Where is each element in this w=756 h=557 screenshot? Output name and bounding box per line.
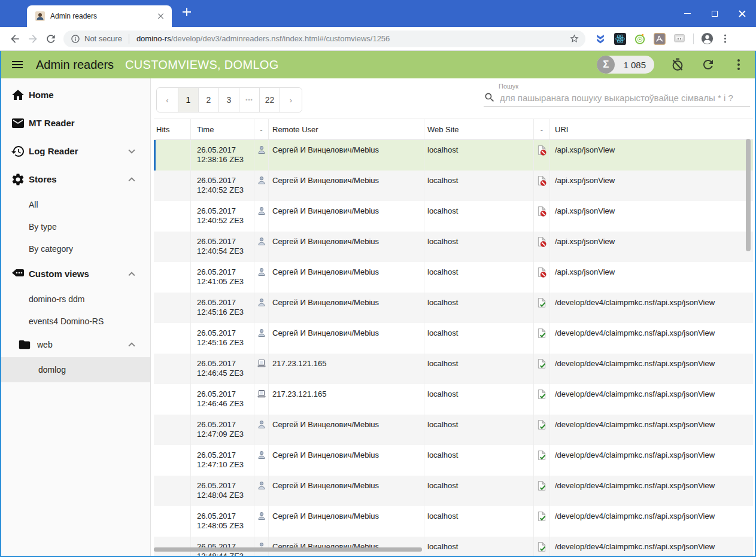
cell-time: 26.05.2017 12:48:04 ZE3 [191, 476, 254, 506]
cell-time: 26.05.2017 12:46:45 ZE3 [191, 354, 254, 384]
table-row[interactable]: 26.05.2017 12:40:52 ZE3 Сергей И Винцело… [154, 201, 753, 232]
cell-web-site: localhost [424, 140, 534, 171]
extension-target-icon[interactable] [634, 33, 646, 45]
sidebar-item-label: Log Reader [29, 146, 78, 156]
window-close-button[interactable] [728, 0, 756, 27]
cell-hits [154, 537, 191, 556]
page-button-2[interactable]: 2 [199, 88, 219, 112]
page-button-22[interactable]: 22 [260, 88, 280, 112]
column-header-hits[interactable]: Hits [154, 119, 191, 139]
next-page-button[interactable]: › [280, 88, 302, 112]
column-header-status-icon[interactable]: - [534, 119, 550, 139]
forward-button[interactable] [24, 30, 42, 48]
extension-react-icon[interactable] [614, 33, 626, 45]
total-count-badge[interactable]: Σ 1 085 [597, 56, 654, 74]
reload-button[interactable] [42, 30, 60, 48]
window-maximize-button[interactable] [701, 0, 728, 27]
cell-uri: /develop/dev4/claimpmkc.nsf/api.xsp/json… [550, 445, 753, 476]
sidebar-item-by-category[interactable]: By category [1, 238, 150, 260]
sidebar-item-log-reader[interactable]: Log Reader [1, 137, 150, 165]
column-header-remote-user[interactable]: Remote User [269, 119, 424, 139]
chevron-up-icon[interactable] [125, 173, 138, 186]
document-ok-icon [534, 293, 550, 323]
table-row[interactable]: 26.05.2017 12:41:05 ZE3 Сергей И Винцело… [154, 262, 753, 293]
app-page: Admin readers CUSTOMVIEWS, DOMLOG Σ 1 08… [0, 51, 756, 557]
tab-title: Admin readers [50, 12, 157, 20]
sidebar-item-mt-reader[interactable]: MT Reader [1, 109, 150, 137]
horizontal-scrollbar[interactable] [154, 547, 422, 552]
sidebar-item-stores[interactable]: Stores [1, 165, 150, 193]
table-row[interactable]: 26.05.2017 12:48:44 ZE3 Сергей И Винцело… [154, 537, 753, 556]
back-button[interactable] [6, 30, 24, 48]
cell-hits [154, 506, 191, 537]
cell-web-site: localhost [424, 293, 534, 323]
cell-hits [154, 476, 191, 506]
tab-close-icon[interactable] [157, 13, 163, 19]
table-row[interactable]: 26.05.2017 12:45:16 ZE3 Сергей И Винцело… [154, 323, 753, 354]
back-icon [9, 33, 21, 45]
browser-tab[interactable]: Admin readers [27, 5, 172, 27]
address-bar[interactable]: Not secure domino-rs /develop/dev3/admin… [63, 31, 585, 47]
sidebar-item-custom-views[interactable]: Custom views [1, 260, 150, 288]
extension-acrobat-icon[interactable] [654, 33, 666, 45]
table-row[interactable]: 26.05.2017 12:48:05 ZE3 Сергей И Винцело… [154, 506, 753, 537]
bookmark-star-icon[interactable] [569, 34, 579, 44]
page-button-3[interactable]: 3 [219, 88, 239, 112]
person-icon [254, 415, 269, 445]
cell-time: 26.05.2017 12:38:16 ZE3 [191, 140, 254, 171]
maximize-icon [712, 11, 718, 17]
column-header-uri[interactable]: URI [550, 119, 753, 139]
timer-off-icon[interactable] [670, 57, 685, 72]
cell-hits [154, 201, 191, 232]
app-menu-icon[interactable] [731, 57, 746, 72]
page-button-1[interactable]: 1 [178, 88, 199, 112]
refresh-icon[interactable] [701, 57, 715, 72]
chevron-up-icon[interactable] [125, 267, 138, 281]
extension-double-chevron-icon[interactable] [594, 33, 606, 45]
settings-icon [11, 172, 25, 187]
table-row[interactable]: 26.05.2017 12:47:10 ZE3 Сергей И Винцело… [154, 445, 753, 476]
table-row[interactable]: 26.05.2017 12:45:16 ZE3 Сергей И Винцело… [154, 293, 753, 323]
sigma-icon: Σ [597, 56, 615, 74]
total-count: 1 085 [615, 60, 654, 70]
column-header-user-icon[interactable]: - [254, 119, 269, 139]
window-minimize-button[interactable] [673, 0, 701, 27]
vertical-scrollbar[interactable] [746, 139, 751, 251]
close-icon [739, 10, 746, 17]
sidebar-item-by-type[interactable]: By type [1, 215, 150, 238]
profile-avatar-icon[interactable] [700, 32, 714, 45]
person-icon [254, 293, 269, 323]
column-header-time[interactable]: Time [191, 119, 254, 139]
prev-page-button[interactable]: ‹ [157, 88, 178, 112]
sidebar-item-events4-domino-rs[interactable]: events4 Domino-RS [1, 310, 150, 332]
computer-icon [254, 354, 269, 384]
table-row[interactable]: 26.05.2017 12:48:04 ZE3 Сергей И Винцело… [154, 476, 753, 506]
table-row[interactable]: 26.05.2017 12:46:46 ZE3 217.23.121.165 l… [154, 384, 753, 415]
table-row[interactable]: 26.05.2017 12:40:54 ZE3 Сергей И Винцело… [154, 232, 753, 262]
chevron-up-icon[interactable] [125, 338, 138, 351]
sidebar-item-domino-rs-ddm[interactable]: domino-rs ddm [1, 288, 150, 310]
sidebar-item-home[interactable]: Home [1, 81, 150, 109]
cell-remote-user: Сергей И Винцелович/Mebius [269, 476, 424, 506]
extension-gray-icon[interactable] [673, 33, 685, 45]
forward-icon [27, 33, 39, 45]
browser-menu-icon[interactable] [719, 33, 731, 44]
chevron-down-icon[interactable] [125, 145, 138, 158]
hamburger-menu-icon[interactable] [10, 57, 25, 72]
sidebar-item-label: All [29, 200, 38, 209]
table-row[interactable]: 26.05.2017 12:38:16 ZE3 Сергей И Винцело… [154, 140, 753, 171]
info-icon[interactable] [71, 34, 80, 44]
sidebar-item-web[interactable]: web [1, 332, 150, 357]
document-blocked-icon [534, 232, 550, 262]
search-input[interactable] [499, 92, 750, 104]
app-header: Admin readers CUSTOMVIEWS, DOMLOG Σ 1 08… [1, 51, 755, 78]
table-row[interactable]: 26.05.2017 12:46:45 ZE3 217.23.121.165 l… [154, 354, 753, 384]
table-row[interactable]: 26.05.2017 12:40:52 ZE3 Сергей И Винцело… [154, 171, 753, 201]
sidebar-item-domlog[interactable]: domlog [1, 357, 150, 382]
new-tab-button[interactable] [179, 8, 195, 23]
table-row[interactable]: 26.05.2017 12:47:09 ZE3 Сергей И Винцело… [154, 415, 753, 445]
cell-hits [154, 262, 191, 293]
column-header-web-site[interactable]: Web Site [424, 119, 534, 139]
sidebar-item-all[interactable]: All [1, 193, 150, 215]
person-icon [254, 323, 269, 354]
